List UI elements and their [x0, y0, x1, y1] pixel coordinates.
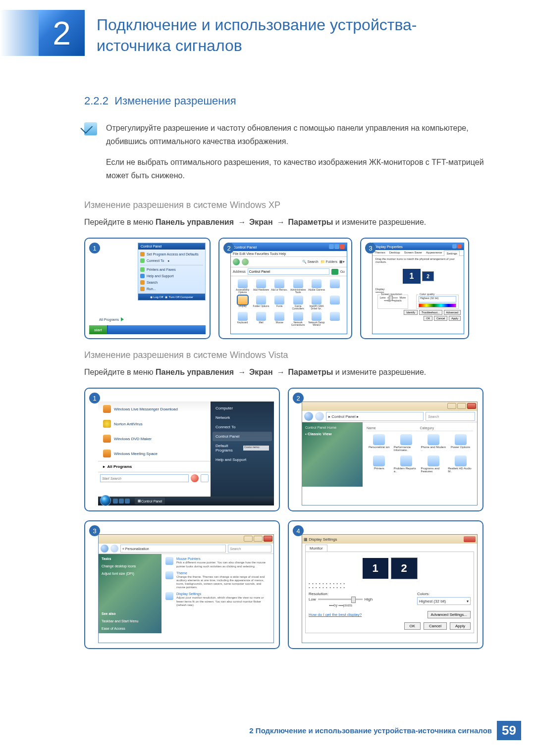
cp-icon[interactable]: Keyboard — [234, 312, 251, 326]
start-button[interactable]: start — [89, 325, 108, 334]
back-button[interactable] — [233, 258, 240, 265]
cp-icon-display[interactable]: Display — [234, 296, 251, 310]
resolution-slider[interactable]: LowHigh — [309, 597, 373, 602]
personalization-item[interactable]: Mouse PointersPick a different mouse poi… — [165, 557, 269, 568]
start-menu-head[interactable]: Control Panel — [138, 243, 205, 250]
cancel-button[interactable]: Cancel — [434, 316, 447, 321]
advanced-button[interactable]: Advanced Settings... — [428, 611, 471, 618]
tab[interactable]: Screen Saver — [402, 250, 424, 255]
start-right-item[interactable]: Connect To — [213, 422, 272, 432]
cp-icon[interactable]: Printers — [367, 455, 392, 473]
menu-bar[interactable]: File Edit View Favorites Tools Help — [231, 251, 347, 257]
tab[interactable]: Desktop — [387, 250, 402, 255]
back-button[interactable] — [101, 545, 108, 553]
window-controls[interactable] — [452, 244, 462, 249]
all-programs[interactable]: All Programs — [99, 317, 124, 321]
start-menu-item[interactable]: Help and Support — [140, 273, 203, 279]
cp-icon[interactable] — [326, 279, 344, 294]
cp-icon[interactable]: Adobe Gamma — [308, 279, 325, 294]
start-menu-item[interactable]: Connect To ▸ — [140, 257, 203, 264]
sidebar-item[interactable]: • Classic View — [305, 432, 360, 436]
cp-icon[interactable]: Power Options — [448, 434, 473, 452]
personalization-item[interactable]: ThemeChange the theme. Themes can change… — [165, 571, 269, 590]
window-controls[interactable] — [99, 535, 273, 544]
go-button[interactable] — [331, 269, 338, 275]
lock-button[interactable] — [201, 474, 209, 482]
tab-settings[interactable]: Settings — [444, 251, 460, 256]
cp-icon[interactable]: Administrative Tools — [289, 279, 307, 294]
start-menu-item[interactable]: Set Program Access and Defaults — [140, 251, 203, 257]
all-programs[interactable]: ▸ All Programs — [98, 461, 211, 472]
cp-icon[interactable]: Realtek HD Audio M.. — [448, 455, 473, 473]
start-right-item[interactable]: Computer — [213, 403, 272, 413]
start-menu-item[interactable]: Norton AntiVirus — [98, 416, 211, 431]
breadcrumb[interactable]: « Personalization — [120, 545, 226, 553]
cp-icon[interactable]: Add or Remov.. — [271, 279, 288, 294]
monitor-layout[interactable]: 1 2 — [373, 265, 464, 288]
search-button[interactable]: 🔍 Search — [302, 260, 319, 264]
window-controls[interactable] — [302, 402, 477, 411]
sidebar-link[interactable]: Adjust font size (DPI) — [102, 572, 159, 575]
taskbar-button[interactable]: ▦ Control Panel — [135, 498, 165, 504]
power-button[interactable] — [191, 474, 199, 482]
cp-icon[interactable]: Phone and Modem .. — [421, 434, 446, 452]
start-right-item[interactable]: Help and Support — [213, 455, 272, 464]
sidebar-head[interactable]: Control Panel Home — [305, 426, 336, 429]
window-controls[interactable] — [328, 244, 345, 250]
cancel-button[interactable]: Cancel — [424, 622, 447, 630]
cp-icon[interactable]: Add Hardware — [252, 279, 269, 294]
logoff-button[interactable]: ◉ Log Off — [150, 295, 163, 299]
apply-button[interactable]: Apply — [450, 622, 471, 630]
start-menu-item[interactable]: Printers and Faxes — [140, 266, 203, 273]
cp-icon[interactable]: Network Setup Wizard — [308, 312, 325, 326]
ok-button[interactable]: OK — [424, 316, 432, 321]
forward-button[interactable] — [110, 545, 118, 553]
cp-icon[interactable]: Intel(R) GMA Driver for.. — [308, 296, 325, 310]
apply-button[interactable]: Apply — [449, 316, 461, 321]
cp-icon[interactable]: Game Controllers — [289, 296, 307, 310]
help-link[interactable]: How do I get the best display? — [309, 612, 362, 617]
breadcrumb[interactable]: ▸ Control Panel ▸ — [326, 412, 424, 421]
cp-icon[interactable]: Folder Options — [252, 296, 269, 310]
cp-icon[interactable] — [326, 296, 344, 310]
ok-button[interactable]: OK — [404, 622, 421, 630]
color-select[interactable]: Highest (32 bit) — [419, 296, 456, 302]
troubleshoot-button[interactable]: Troubleshoot... — [419, 310, 442, 315]
advanced-button[interactable]: Advanced — [444, 310, 461, 315]
cp-icon[interactable]: Network Connections — [289, 312, 307, 326]
tab[interactable]: Appearance — [424, 250, 444, 255]
personalization-item[interactable]: Display SettingsAdjust your monitor reso… — [165, 592, 269, 607]
identify-button[interactable]: Identify — [404, 310, 418, 315]
close-button[interactable] — [464, 536, 476, 542]
cp-icon[interactable]: Accessibility Options — [234, 279, 251, 294]
cp-icon[interactable] — [326, 312, 344, 326]
start-menu-item[interactable]: Run... — [140, 286, 203, 292]
back-button[interactable] — [304, 412, 313, 421]
sidebar-link[interactable]: Change desktop icons — [102, 564, 159, 568]
start-menu-item[interactable]: Windows Meeting Space — [98, 446, 211, 461]
turnoff-button[interactable]: ◉ Turn Off Computer — [165, 295, 193, 299]
forward-button[interactable] — [242, 258, 249, 265]
cp-icon[interactable]: Mouse — [271, 312, 288, 326]
start-menu-item[interactable]: Windows DVD Maker — [98, 431, 211, 446]
monitor-layout[interactable]: 1 2 — [309, 555, 471, 582]
cp-icon[interactable]: Programs and Features — [421, 455, 446, 473]
search-input[interactable]: Search — [426, 412, 475, 421]
start-right-item[interactable]: Network — [213, 413, 272, 422]
start-orb[interactable] — [100, 495, 111, 506]
cp-icon[interactable]: Problem Reports a.. — [394, 455, 419, 473]
start-menu-item[interactable]: Windows Live Messenger Download — [98, 402, 211, 416]
start-search-input[interactable] — [100, 474, 189, 482]
cp-icon[interactable]: Mail — [252, 312, 269, 326]
sidebar-link[interactable]: Ease of Access — [102, 627, 159, 630]
start-right-item[interactable]: Control Panel — [213, 432, 272, 441]
folders-button[interactable]: 📁 Folders — [321, 260, 337, 264]
sidebar-link[interactable]: Taskbar and Start Menu — [102, 619, 159, 623]
search-input[interactable]: Search — [228, 545, 271, 553]
start-menu-item[interactable]: Search — [140, 279, 203, 286]
colors-select[interactable]: Highest (32 bit)▾ — [417, 597, 471, 605]
cp-icon[interactable]: Personalizat ion — [367, 434, 392, 452]
cp-icon[interactable]: Performance Informatio.. — [394, 434, 419, 452]
cp-icon[interactable]: Fonts — [271, 296, 288, 310]
forward-button[interactable] — [315, 412, 324, 421]
